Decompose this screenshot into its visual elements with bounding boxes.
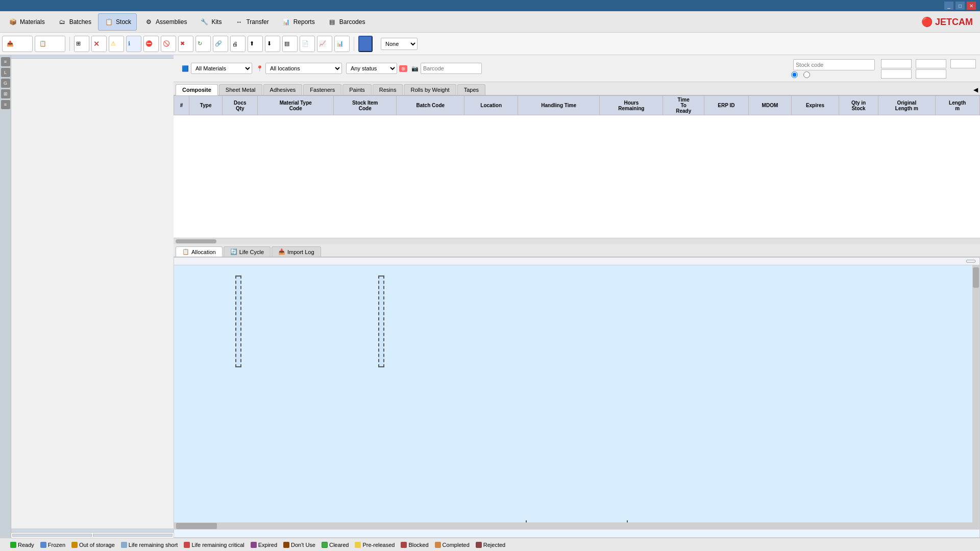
info-icon: ℹ — [128, 40, 130, 47]
barcode-input[interactable] — [421, 63, 482, 74]
rejected-label: Rejected — [483, 542, 505, 548]
link-button[interactable]: 🔗 — [213, 36, 228, 52]
export-icon: 📤 — [7, 40, 14, 47]
grid-view-button[interactable]: ⊞ — [74, 36, 89, 52]
refresh-button[interactable]: ↻ — [195, 36, 211, 52]
report-button[interactable]: 📈 — [317, 36, 332, 52]
viz-canvas — [174, 265, 979, 530]
frozen-indicator — [40, 542, 46, 548]
copy-button[interactable]: 📋 — [35, 36, 65, 52]
warning-button[interactable]: ⚠ — [109, 36, 124, 52]
completed-label: Completed — [443, 542, 470, 548]
col-batch: Batch Code — [397, 96, 464, 115]
nav-icon-3[interactable]: G — [1, 79, 10, 88]
close-toolbar-button[interactable]: ✕ — [91, 36, 107, 52]
nav-icon-4[interactable]: ⊞ — [1, 89, 10, 98]
menu-kits[interactable]: 🔧 Kits — [193, 13, 227, 31]
nav-icon-5[interactable]: ≡ — [1, 100, 10, 109]
chart-button[interactable]: 📊 — [334, 36, 350, 52]
roll-right — [378, 276, 384, 367]
info-button[interactable]: ℹ — [126, 36, 141, 52]
name-filter-group — [791, 59, 875, 78]
print-button[interactable]: 🖨 — [230, 36, 246, 52]
tab-paints[interactable]: Paints — [342, 84, 372, 95]
menu-batches[interactable]: 🗂 Batches — [52, 13, 97, 31]
y-lte-input[interactable] — [916, 69, 946, 79]
ready-indicator — [10, 542, 16, 548]
cancel-button[interactable]: ✖ — [178, 36, 193, 52]
lifecycle-label: Life Cycle — [239, 249, 264, 255]
menu-stock[interactable]: 📋 Stock — [98, 13, 137, 31]
block-icon: 🚫 — [163, 40, 170, 47]
right-panel: 🟦 All Materials 📍 All locations Any stat… — [174, 55, 980, 538]
tab-life-cycle[interactable]: 🔄 Life Cycle — [224, 246, 271, 257]
stop-button[interactable]: ⛔ — [143, 36, 159, 52]
nav-icon-1[interactable]: ≡ — [1, 57, 10, 66]
block-button[interactable]: 🚫 — [161, 36, 176, 52]
stock-code-radio[interactable] — [791, 71, 799, 78]
x-gte-input[interactable] — [881, 59, 912, 68]
tab-allocation[interactable]: 📋 Allocation — [176, 246, 223, 257]
document-button[interactable]: 📄 — [300, 36, 315, 52]
tab-tapes[interactable]: Tapes — [457, 84, 485, 95]
thk-input[interactable] — [950, 59, 976, 68]
viz-scroll-h-thumb[interactable] — [176, 523, 217, 529]
expired-indicator — [251, 542, 257, 548]
name-filter-input[interactable] — [793, 59, 875, 70]
log-table — [11, 55, 174, 529]
transfer-icon: ↔ — [234, 17, 244, 27]
collapse-button[interactable]: ◀ — [973, 86, 978, 93]
menu-assemblies[interactable]: ⚙ Assemblies — [138, 13, 192, 31]
toolbar-separator-2 — [354, 37, 354, 51]
tab-rolls-by-weight[interactable]: Rolls by Weight — [404, 84, 456, 95]
viz-scroll-h[interactable] — [174, 522, 972, 530]
assemblies-icon: ⚙ — [143, 17, 154, 27]
material-type-select[interactable]: All Materials — [191, 63, 252, 74]
col-hours: HoursRemaining — [600, 96, 663, 115]
col-erp: ERP ID — [704, 96, 748, 115]
importlog-label: Import Log — [287, 249, 314, 255]
col-docs: DocsQty — [223, 96, 258, 115]
maximize-button[interactable]: □ — [955, 2, 965, 10]
tab-fasteners[interactable]: Fasteners — [303, 84, 341, 95]
tab-sheet-metal[interactable]: Sheet Metal — [219, 84, 262, 95]
menu-reports[interactable]: 📊 Reports — [276, 13, 321, 31]
status-select[interactable]: Any status — [346, 63, 397, 74]
material-type-filter: 🟦 All Materials — [182, 63, 252, 74]
col-mdom: MDOM — [748, 96, 791, 115]
x-lte-input[interactable] — [916, 59, 946, 68]
tab-composite[interactable]: Composite — [176, 84, 218, 95]
tab-import-log[interactable]: 📥 Import Log — [272, 246, 321, 257]
viz-scroll-v-thumb[interactable] — [973, 267, 979, 288]
nav-icon-2[interactable]: L — [1, 68, 10, 77]
batches-icon: 🗂 — [57, 17, 67, 27]
menu-batches-label: Batches — [69, 18, 91, 26]
group-by-select[interactable]: None Type Location Batch — [381, 38, 418, 50]
info-panel-button[interactable] — [358, 36, 373, 52]
prereleased-label: Pre-released — [362, 542, 395, 548]
export-button[interactable]: 📤 — [2, 36, 33, 52]
barcode-button[interactable]: ▤ — [282, 36, 298, 52]
blocked-label: Blocked — [408, 542, 428, 548]
warning-icon: ⚠ — [111, 40, 116, 47]
tab-resins[interactable]: Resins — [373, 84, 403, 95]
batch-code-radio[interactable] — [803, 71, 812, 78]
upload-button[interactable]: ⬆ — [248, 36, 263, 52]
data-table-container[interactable]: # Type DocsQty Material TypeCode Stock I… — [174, 95, 980, 238]
menu-materials[interactable]: 📦 Materials — [2, 13, 51, 31]
grid-icon: ⊞ — [76, 40, 81, 47]
tab-adhesives[interactable]: Adhesives — [263, 84, 303, 95]
download-button[interactable]: ⬇ — [265, 36, 280, 52]
menu-transfer[interactable]: ↔ Transfer — [228, 13, 274, 31]
status-filter: Any status ⊗ — [346, 63, 407, 74]
close-button[interactable]: ✕ — [967, 2, 976, 10]
menu-barcodes[interactable]: ▤ Barcodes — [322, 13, 371, 31]
minimize-button[interactable]: _ — [944, 2, 953, 10]
col-handling: Handling Time — [518, 96, 599, 115]
location-select[interactable]: All locations — [265, 63, 342, 74]
y-gte-input[interactable] — [881, 69, 912, 79]
viz-scroll-v[interactable] — [972, 265, 979, 530]
prereleased-indicator — [355, 542, 361, 548]
scroll-bar[interactable] — [176, 239, 216, 243]
zoom-all-button[interactable] — [966, 260, 975, 263]
